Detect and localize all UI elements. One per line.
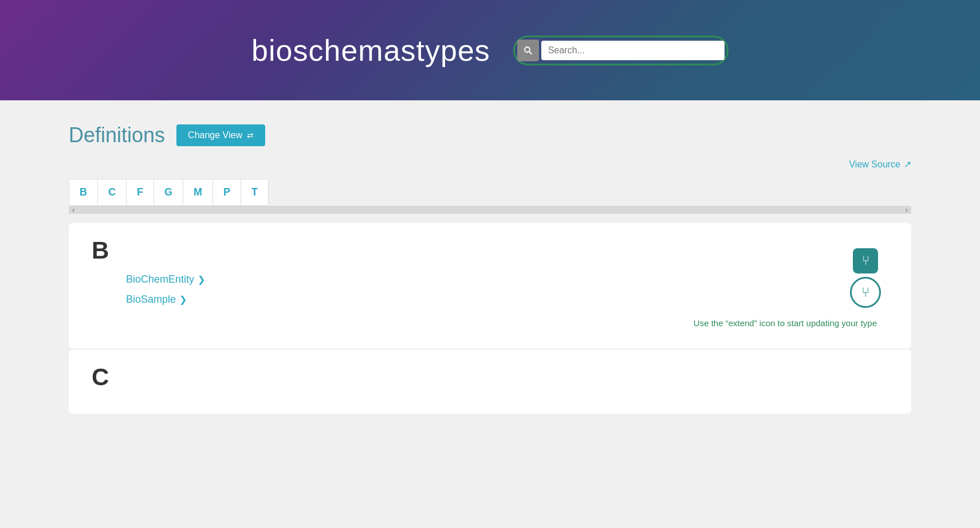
extend-tooltip: Use the “extend” icon to start updating …: [694, 318, 877, 328]
chevron-right-icon: ❯: [179, 294, 187, 305]
view-source-row: View Source ↗: [69, 159, 911, 170]
definitions-row: Definitions Change View ⇄: [69, 123, 911, 147]
extend-icon-bubble[interactable]: ⑂: [850, 277, 881, 308]
biochementity-link[interactable]: BioChemEntity: [126, 273, 194, 285]
site-header: bioschemastypes: [0, 0, 980, 100]
search-icon-box: [517, 40, 539, 61]
section-letter-b: B: [92, 237, 843, 264]
scroll-left-arrow[interactable]: ‹: [72, 205, 75, 214]
chevron-right-icon: ❯: [198, 274, 205, 285]
letter-tab-c[interactable]: C: [98, 179, 127, 205]
change-view-label: Change View: [188, 130, 242, 140]
section-letter-c: C: [92, 363, 888, 391]
search-icon: [523, 45, 533, 56]
definitions-title: Definitions: [69, 123, 165, 147]
view-source-label: View Source: [849, 159, 900, 170]
svg-line-1: [529, 51, 532, 53]
section-c-card: C: [69, 350, 911, 414]
letter-tab-m[interactable]: M: [183, 179, 213, 205]
refresh-icon: ⇄: [247, 131, 254, 140]
letter-tab-b[interactable]: B: [69, 179, 98, 205]
main-content: Definitions Change View ⇄ View Source ↗ …: [0, 100, 980, 437]
letter-tab-f[interactable]: F: [127, 179, 154, 205]
scroll-right-arrow[interactable]: ›: [905, 205, 908, 214]
section-b-list: B BioChemEntity ❯ BioSample ❯: [92, 237, 843, 314]
extend-icon-solid[interactable]: ⑂: [853, 248, 878, 273]
letter-tab-p[interactable]: P: [213, 179, 241, 205]
section-b-card: B BioChemEntity ❯ BioSample ❯ ⑂ ⑂: [69, 223, 911, 349]
list-item: BioSample ❯: [92, 294, 843, 306]
icons-column: ⑂ ⑂: [843, 237, 888, 314]
letter-tabs: BCFGMPT: [69, 179, 269, 206]
site-title: bioschemastypes: [251, 33, 490, 68]
section-b-content-row: B BioChemEntity ❯ BioSample ❯ ⑂ ⑂: [92, 237, 888, 314]
letter-tab-t[interactable]: T: [241, 179, 268, 205]
list-item: BioChemEntity ❯: [92, 273, 843, 285]
search-container: [513, 36, 729, 65]
tooltip-row: Use the “extend” icon to start updating …: [92, 314, 888, 335]
change-view-button[interactable]: Change View ⇄: [176, 124, 265, 146]
scroll-bar: ‹ ›: [69, 206, 911, 214]
letter-tab-g[interactable]: G: [154, 179, 183, 205]
biosample-link[interactable]: BioSample: [126, 294, 176, 306]
search-input[interactable]: [541, 41, 725, 60]
external-link-icon: ↗: [904, 159, 911, 170]
view-source-link[interactable]: View Source ↗: [849, 159, 911, 170]
